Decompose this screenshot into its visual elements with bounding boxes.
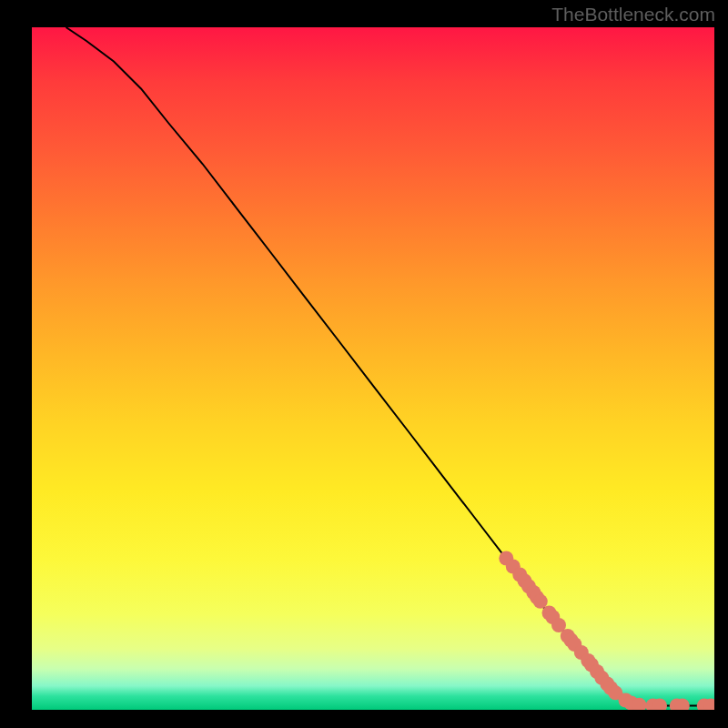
chart-curve	[66, 27, 715, 706]
chart-overlay-svg	[32, 27, 714, 710]
chart-plot-area	[32, 27, 714, 710]
chart-scatter-points	[499, 551, 714, 711]
data-point	[533, 594, 548, 609]
watermark-text: TheBottleneck.com	[551, 4, 715, 25]
